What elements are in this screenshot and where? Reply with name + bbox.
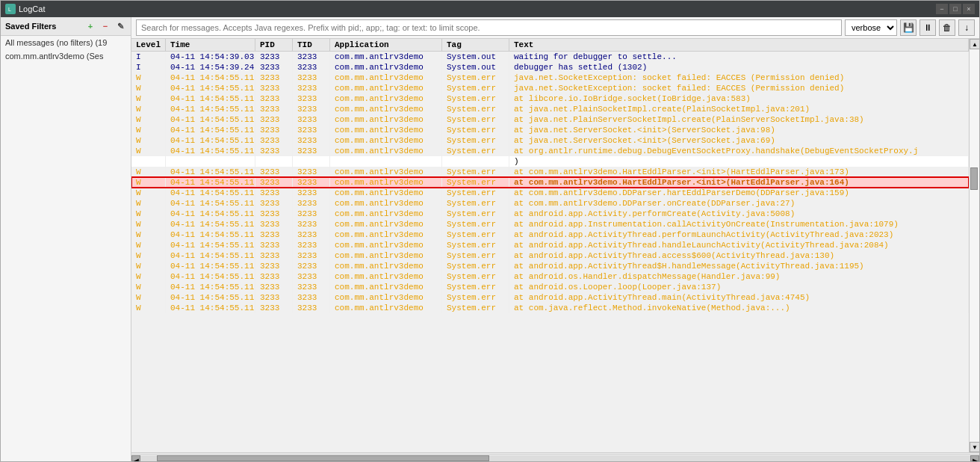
table-cell: W — [131, 93, 166, 104]
search-input[interactable] — [136, 19, 842, 36]
table-cell: W — [131, 198, 166, 209]
h-scroll-thumb[interactable] — [157, 455, 489, 461]
table-cell — [442, 156, 509, 167]
table-header-row: Level Time PID TID Application Tag Text — [131, 39, 969, 52]
table-cell: at libcore.io.IoBridge.socket(IoBridge.j… — [509, 93, 969, 104]
table-row[interactable]: I04-11 14:54:39.24832333233com.mm.antlrv… — [131, 62, 969, 73]
log-body: I04-11 14:54:39.03832333233com.mm.antlrv… — [131, 52, 969, 314]
table-cell: 04-11 14:54:55.118 — [166, 240, 255, 250]
table-cell: System.err — [442, 250, 509, 261]
table-cell: java.net.SocketException: socket failed:… — [509, 83, 969, 93]
scroll-track[interactable] — [970, 49, 979, 442]
table-row[interactable]: W04-11 14:54:55.11832333233com.mm.antlrv… — [131, 167, 969, 177]
table-row[interactable]: W04-11 14:54:55.11832333233com.mm.antlrv… — [131, 104, 969, 114]
add-filter-button[interactable]: + — [84, 20, 96, 32]
close-button[interactable]: × — [963, 4, 975, 14]
table-row[interactable]: W04-11 14:54:55.11832333233com.mm.antlrv… — [131, 188, 969, 198]
table-cell: at java.net.PlainSocketImpl.create(Plain… — [509, 104, 969, 114]
table-cell: com.mm.antlrv3demo — [330, 146, 442, 156]
table-cell: com.mm.antlrv3demo — [330, 240, 442, 250]
table-row[interactable]: W04-11 14:54:55.11832333233com.mm.antlrv… — [131, 93, 969, 104]
h-scroll-track[interactable] — [140, 455, 970, 461]
table-cell: W — [131, 167, 166, 177]
table-cell — [166, 156, 255, 167]
table-cell: 3233 — [293, 114, 330, 125]
table-cell: 04-11 14:54:55.118 — [166, 292, 255, 303]
scroll-up-button[interactable]: ▲ — [970, 39, 979, 49]
table-row[interactable]: W04-11 14:54:55.11832333233com.mm.antlrv… — [131, 198, 969, 209]
table-cell: 3233 — [293, 167, 330, 177]
scroll-down-button[interactable]: ▼ — [970, 442, 979, 452]
table-cell: W — [131, 209, 166, 219]
table-cell — [131, 156, 166, 167]
table-cell: at java.net.PlainServerSocketImpl.create… — [509, 114, 969, 125]
table-row[interactable]: W04-11 14:54:55.11832333233com.mm.antlrv… — [131, 135, 969, 146]
h-scroll-right-btn[interactable]: ► — [970, 455, 979, 461]
table-row[interactable]: W04-11 14:54:55.11832333233com.mm.antlrv… — [131, 83, 969, 93]
table-cell: com.mm.antlrv3demo — [330, 114, 442, 125]
table-cell: at java.net.ServerSocket.<init>(ServerSo… — [509, 135, 969, 146]
table-cell: 04-11 14:54:55.118 — [166, 177, 255, 188]
col-header-pid: PID — [255, 39, 293, 52]
table-cell: com.mm.antlrv3demo — [330, 52, 442, 63]
table-cell: com.mm.antlrv3demo — [330, 209, 442, 219]
table-cell: System.err — [442, 198, 509, 209]
table-cell: W — [131, 250, 166, 261]
table-cell: 3233 — [255, 93, 293, 104]
table-row[interactable]: ) — [131, 156, 969, 167]
table-cell: W — [131, 135, 166, 146]
edit-filter-button[interactable]: ✎ — [114, 20, 126, 32]
horizontal-scrollbar[interactable]: ◄ ► — [131, 452, 979, 461]
scroll-log-button[interactable]: ↓ — [958, 19, 975, 36]
pause-log-button[interactable]: ⏸ — [919, 19, 936, 36]
table-cell: com.mm.antlrv3demo — [330, 188, 442, 198]
main-window: L LogCat − □ × Saved Filters + − ✎ All m… — [0, 0, 980, 462]
table-row[interactable]: W04-11 14:54:55.11832333233com.mm.antlrv… — [131, 73, 969, 83]
table-row[interactable]: W04-11 14:54:55.11832333233com.mm.antlrv… — [131, 303, 969, 313]
table-cell: W — [131, 146, 166, 156]
table-cell: System.err — [442, 104, 509, 114]
table-cell: System.err — [442, 93, 509, 104]
vertical-scrollbar[interactable]: ▲ ▼ — [969, 39, 979, 452]
table-cell: 3233 — [255, 282, 293, 292]
table-row[interactable]: W04-11 14:54:55.11832333233com.mm.antlrv… — [131, 230, 969, 240]
log-scroll-area[interactable]: Level Time PID TID Application Tag Text … — [131, 39, 969, 452]
content-area: verbose debug info warn error assert 💾 ⏸… — [131, 17, 979, 461]
sidebar-item-all-messages[interactable]: All messages (no filters) (19 — [1, 36, 131, 49]
clear-log-button[interactable]: 🗑 — [939, 19, 955, 36]
table-row[interactable]: W04-11 14:54:55.11832333233com.mm.antlrv… — [131, 250, 969, 261]
col-header-level: Level — [131, 39, 166, 52]
table-row[interactable]: W04-11 14:54:55.11832333233com.mm.antlrv… — [131, 209, 969, 219]
log-level-select[interactable]: verbose debug info warn error assert — [845, 19, 897, 36]
maximize-button[interactable]: □ — [949, 4, 961, 14]
scroll-thumb[interactable] — [970, 167, 978, 190]
table-row[interactable]: W04-11 14:54:55.11832333233com.mm.antlrv… — [131, 261, 969, 271]
table-row[interactable]: W04-11 14:54:55.11832333233com.mm.antlrv… — [131, 282, 969, 292]
table-cell: System.err — [442, 73, 509, 83]
table-row[interactable]: W04-11 14:54:55.11832333233com.mm.antlrv… — [131, 146, 969, 156]
table-cell: 04-11 14:54:55.118 — [166, 73, 255, 83]
table-cell: System.err — [442, 83, 509, 93]
table-row[interactable]: W04-11 14:54:55.11832333233com.mm.antlrv… — [131, 271, 969, 282]
table-row[interactable]: W04-11 14:54:55.11832333233com.mm.antlrv… — [131, 125, 969, 135]
table-cell: at com.mm.antlrv3demo.DDParser.onCreate(… — [509, 198, 969, 209]
table-cell: at org.antlr.runtime.debug.DebugEventSoc… — [509, 146, 969, 156]
table-cell: System.err — [442, 271, 509, 282]
table-cell: com.mm.antlrv3demo — [330, 62, 442, 73]
title-bar: L LogCat − □ × — [1, 1, 979, 17]
remove-filter-button[interactable]: − — [99, 20, 111, 32]
save-log-button[interactable]: 💾 — [900, 19, 917, 36]
table-row[interactable]: W04-11 14:54:55.11832333233com.mm.antlrv… — [131, 292, 969, 303]
table-cell: 3233 — [293, 73, 330, 83]
table-cell: W — [131, 282, 166, 292]
table-row[interactable]: W04-11 14:54:55.11832333233com.mm.antlrv… — [131, 177, 969, 188]
table-row[interactable]: W04-11 14:54:55.11832333233com.mm.antlrv… — [131, 240, 969, 250]
table-cell: 3233 — [255, 271, 293, 282]
table-row[interactable]: W04-11 14:54:55.11832333233com.mm.antlrv… — [131, 219, 969, 230]
table-row[interactable]: W04-11 14:54:55.11832333233com.mm.antlrv… — [131, 114, 969, 125]
table-row[interactable]: I04-11 14:54:39.03832333233com.mm.antlrv… — [131, 52, 969, 63]
sidebar-item-com-mm[interactable]: com.mm.antlrv3demo (Ses — [1, 49, 131, 63]
h-scroll-left-btn[interactable]: ◄ — [131, 455, 140, 461]
minimize-button[interactable]: − — [936, 4, 948, 14]
table-cell: W — [131, 104, 166, 114]
